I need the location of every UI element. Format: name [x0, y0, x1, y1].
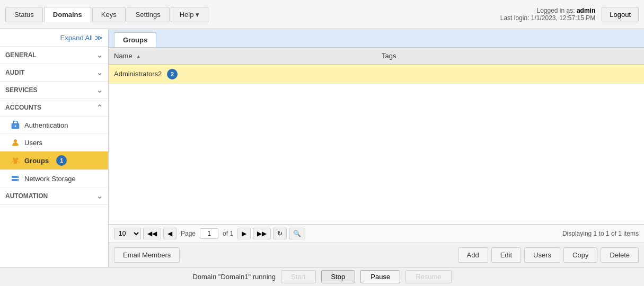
tab-status[interactable]: Status [5, 7, 43, 22]
content-panel: Groups Name ▲ Tags [109, 29, 644, 267]
sidebar-item-groups[interactable]: Groups 1 [0, 151, 108, 170]
auth-icon [11, 120, 20, 130]
stop-button[interactable]: Stop [321, 270, 356, 283]
table-area: Name ▲ Tags Administrators2 2 [109, 48, 644, 224]
group-icon [11, 156, 20, 165]
content-header: Groups [109, 29, 644, 48]
sidebar-item-users[interactable]: Users [0, 134, 108, 151]
col-name[interactable]: Name ▲ [109, 48, 376, 65]
chevron-down-icon [96, 51, 103, 59]
add-button[interactable]: Add [458, 247, 488, 263]
sidebar-section-audit[interactable]: AUDIT [0, 64, 108, 82]
tab-domains[interactable]: Domains [44, 7, 91, 22]
email-members-button[interactable]: Email Members [114, 247, 180, 263]
chevron-down-icon [96, 192, 103, 200]
resume-button[interactable]: Resume [405, 270, 451, 283]
sort-asc-icon: ▲ [136, 53, 141, 59]
logout-button[interactable]: Logout [602, 7, 639, 22]
content-tab-bar: Groups [109, 29, 644, 47]
tab-settings[interactable]: Settings [127, 7, 170, 22]
sidebar-item-authentication[interactable]: Authentication [0, 117, 108, 134]
sidebar-section-accounts[interactable]: ACCOUNTS [0, 99, 108, 117]
main-layout: Expand All ≫ GENERAL AUDIT SERVICES ACCO… [0, 29, 644, 267]
refresh-button[interactable]: ↻ [273, 228, 287, 239]
page-input[interactable] [200, 228, 218, 239]
bottom-bar: Domain "Domain1" running Start Stop Paus… [0, 267, 644, 286]
chevron-down-icon [96, 68, 103, 77]
row-tags [376, 65, 644, 84]
prev-page-button[interactable]: ◀ [163, 228, 177, 239]
sidebar-section-automation[interactable]: AUTOMATION [0, 187, 108, 205]
pagination-bar: 10 25 50 100 ◀◀ ◀ Page of 1 ▶ ▶▶ ↻ 🔍 Dis… [109, 224, 644, 243]
groups-table: Name ▲ Tags Administrators2 2 [109, 48, 644, 84]
per-page-select[interactable]: 10 25 50 100 [114, 228, 141, 239]
last-page-button[interactable]: ▶▶ [253, 228, 271, 239]
sidebar-section-services[interactable]: SERVICES [0, 82, 108, 99]
last-login: Last login: 1/1/2023, 12:57:15 PM [500, 14, 595, 22]
row-name: Administrators2 2 [109, 65, 376, 84]
first-page-button[interactable]: ◀◀ [143, 228, 161, 239]
expand-all-button[interactable]: Expand All ≫ [0, 29, 108, 47]
storage-icon [11, 174, 20, 183]
pause-button[interactable]: Pause [360, 270, 400, 283]
row-badge: 2 [167, 69, 178, 79]
double-chevron-icon: ≫ [95, 33, 103, 42]
copy-button[interactable]: Copy [563, 247, 597, 263]
table-row[interactable]: Administrators2 2 [109, 65, 644, 84]
sidebar: Expand All ≫ GENERAL AUDIT SERVICES ACCO… [0, 29, 109, 267]
groups-badge: 1 [56, 155, 67, 166]
sidebar-section-general[interactable]: GENERAL [0, 47, 108, 64]
col-tags: Tags [376, 48, 644, 65]
logged-in-label: Logged in as: admin [536, 7, 595, 14]
svg-point-2 [14, 139, 17, 142]
action-bar: Email Members Add Edit Users Copy Delete [109, 243, 644, 267]
page-label: Page [181, 230, 196, 237]
svg-point-8 [17, 180, 19, 181]
svg-point-7 [17, 176, 19, 177]
svg-point-1 [15, 126, 16, 127]
start-button[interactable]: Start [281, 270, 315, 283]
sidebar-item-network-storage[interactable]: Network Storage [0, 170, 108, 187]
users-button[interactable]: Users [524, 247, 560, 263]
tab-groups[interactable]: Groups [114, 32, 156, 47]
zoom-button[interactable]: 🔍 [289, 228, 305, 239]
tab-keys[interactable]: Keys [92, 7, 126, 22]
nav-tabs: Status Domains Keys Settings Help ▾ [5, 7, 208, 22]
chevron-down-icon [96, 86, 103, 94]
tab-help[interactable]: Help ▾ [171, 7, 208, 22]
domain-status: Domain "Domain1" running [192, 273, 276, 281]
chevron-up-icon [96, 103, 103, 112]
next-page-button[interactable]: ▶ [237, 228, 251, 239]
delete-button[interactable]: Delete [601, 247, 639, 263]
display-info: Displaying 1 to 1 of 1 items [562, 230, 639, 237]
of-pages: of 1 [223, 230, 233, 237]
user-icon [11, 138, 20, 147]
edit-button[interactable]: Edit [491, 247, 521, 263]
user-info: Logged in as: admin Last login: 1/1/2023… [500, 7, 595, 22]
top-nav: Status Domains Keys Settings Help ▾ Logg… [0, 0, 644, 29]
